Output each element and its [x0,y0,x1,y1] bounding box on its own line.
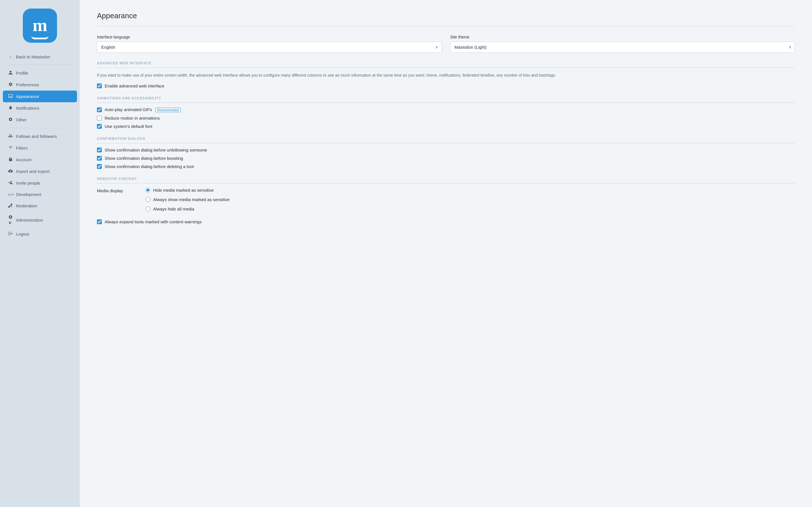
sidebar-divider-1 [8,65,72,65]
interface-language-select-wrapper: English Deutsch Français Español 日本語 ⬍ [97,42,442,53]
hide-sensitive-radio[interactable] [145,188,150,192]
sidebar-item-label: Notifications [16,106,39,111]
sidebar-item-logout[interactable]: Logout [3,228,77,240]
other-icon [8,117,13,122]
sidebar-item-preferences[interactable]: Preferences [3,79,77,91]
interface-language-label: Interface language [97,35,442,39]
enable-advanced-web-interface-checkbox[interactable] [97,83,102,88]
logout-icon [8,231,13,237]
autoplay-gifs-label[interactable]: Auto-play animated GIFs Recommended [105,107,181,112]
confirmation-dialogs-section: CONFIRMATION DIALOGS Show confirmation d… [97,137,795,169]
sidebar-item-other[interactable]: Other [3,114,77,126]
sidebar-item-label: Profile [16,71,28,75]
system-font-label[interactable]: Use system's default font [105,124,152,129]
sidebar-item-label: Logout [16,232,29,236]
site-theme-select-wrapper: Mastodon (Light) Mastodon (Dark) Mastodo… [450,42,795,53]
media-display-row: Media display Hide media marked as sensi… [97,188,795,215]
expand-content-warnings-checkbox[interactable] [97,219,102,224]
main-content: Appearance Interface language English De… [80,0,812,507]
radio-always-hide-all: Always hide all media [145,207,230,211]
animations-accessibility-header: ANIMATIONS AND ACCESSIBILITY [97,96,795,103]
sidebar-item-filters[interactable]: Filters [3,142,77,154]
sidebar-item-back-to-mastodon[interactable]: ‹ Back to Mastodon [3,51,77,62]
always-show-sensitive-label[interactable]: Always show media marked as sensitive [153,197,230,202]
page-title: Appearance [97,11,795,20]
site-theme-select[interactable]: Mastodon (Light) Mastodon (Dark) Mastodo… [450,42,795,53]
always-hide-all-label[interactable]: Always hide all media [153,207,194,211]
always-hide-all-radio[interactable] [145,207,150,211]
sidebar-item-development[interactable]: </> Development [3,189,77,200]
checkbox-confirm-unfollow: Show confirmation dialog before unfollow… [97,148,795,152]
sensitive-content-title: SENSITIVE CONTENT [97,177,795,181]
sidebar-item-account[interactable]: Account [3,154,77,166]
sidebar-item-moderation[interactable]: Moderation [3,200,77,212]
confirm-boost-checkbox[interactable] [97,156,102,161]
sensitive-content-header: SENSITIVE CONTENT [97,177,795,183]
confirm-unfollow-label[interactable]: Show confirmation dialog before unfollow… [105,148,207,152]
logo-wrap: m [23,8,57,43]
media-display-radio-group: Hide media marked as sensitive Always sh… [145,188,230,215]
moderation-icon [8,203,13,209]
confirm-delete-checkbox[interactable] [97,164,102,169]
enable-advanced-web-interface-label[interactable]: Enable advanced web interface [105,83,164,88]
advanced-web-interface-section: ADVANCED WEB INTERFACE If you want to ma… [97,61,795,88]
sidebar-item-label: Appearance [16,94,39,99]
sidebar-item-label: Invite people [16,181,40,185]
back-icon: ‹ [8,54,13,59]
section-divider-cd [97,143,795,143]
sensitive-content-section: SENSITIVE CONTENT Media display Hide med… [97,177,795,224]
checkbox-confirm-delete: Show confirmation dialog before deleting… [97,164,795,169]
checkbox-expand-content-warnings: Always expand toots marked with content … [97,219,795,224]
sidebar-item-administration[interactable]: Administration [3,212,77,228]
advanced-web-interface-header: ADVANCED WEB INTERFACE [97,61,795,68]
interface-language-select[interactable]: English Deutsch Français Español 日本語 [97,42,442,53]
reduce-motion-label[interactable]: Reduce motion in animations [105,116,160,120]
expand-content-warnings-label[interactable]: Always expand toots marked with content … [105,219,202,224]
sidebar-item-invite-people[interactable]: Invite people [3,177,77,189]
language-theme-row: Interface language English Deutsch Franç… [97,35,795,53]
sidebar-item-label: Development [16,192,41,197]
checkbox-confirm-boost: Show confirmation dialog before boosting [97,156,795,161]
section-divider-aa [97,103,795,103]
import-export-icon [8,169,13,174]
sidebar: m ‹ Back to Mastodon Profile Preferences [0,0,80,507]
sidebar-item-label: Import and export [16,169,50,174]
checkbox-system-font: Use system's default font [97,124,795,129]
confirm-unfollow-checkbox[interactable] [97,148,102,152]
administration-icon [8,215,13,225]
radio-hide-sensitive: Hide media marked as sensitive [145,188,230,192]
sidebar-item-label: Moderation [16,203,37,208]
sidebar-item-label: Follows and followers [16,134,57,139]
sidebar-nav: ‹ Back to Mastodon Profile Preferences A… [0,51,80,240]
animations-accessibility-section: ANIMATIONS AND ACCESSIBILITY Auto-play a… [97,96,795,129]
sidebar-item-label: Administration [16,218,43,222]
profile-icon [8,70,13,76]
preferences-icon [8,82,13,88]
section-divider-awi [97,67,795,68]
notifications-icon [8,105,13,111]
sidebar-item-profile[interactable]: Profile [3,67,77,79]
checkbox-autoplay-gifs: Auto-play animated GIFs Recommended [97,107,795,112]
always-show-sensitive-radio[interactable] [145,197,150,202]
autoplay-gifs-checkbox[interactable] [97,107,102,112]
sidebar-item-follows-and-followers[interactable]: Follows and followers [3,130,77,142]
sidebar-item-appearance[interactable]: Appearance [3,91,77,102]
animations-accessibility-title: ANIMATIONS AND ACCESSIBILITY [97,96,795,100]
title-divider [97,26,795,26]
advanced-web-interface-title: ADVANCED WEB INTERFACE [97,61,795,65]
system-font-checkbox[interactable] [97,124,102,129]
confirm-boost-label[interactable]: Show confirmation dialog before boosting [105,156,183,161]
mastodon-logo: m [23,8,57,43]
invite-icon [8,180,13,186]
appearance-icon [8,94,13,99]
sidebar-item-notifications[interactable]: Notifications [3,102,77,114]
logo-letter: m [33,16,47,34]
sidebar-divider-2 [8,128,72,128]
filters-icon [8,145,13,151]
reduce-motion-checkbox[interactable] [97,116,102,120]
hide-sensitive-label[interactable]: Hide media marked as sensitive [153,188,214,192]
sidebar-item-import-and-export[interactable]: Import and export [3,166,77,177]
confirm-delete-label[interactable]: Show confirmation dialog before deleting… [105,164,194,169]
section-divider-sc [97,183,795,183]
sidebar-item-label: Preferences [16,82,39,87]
